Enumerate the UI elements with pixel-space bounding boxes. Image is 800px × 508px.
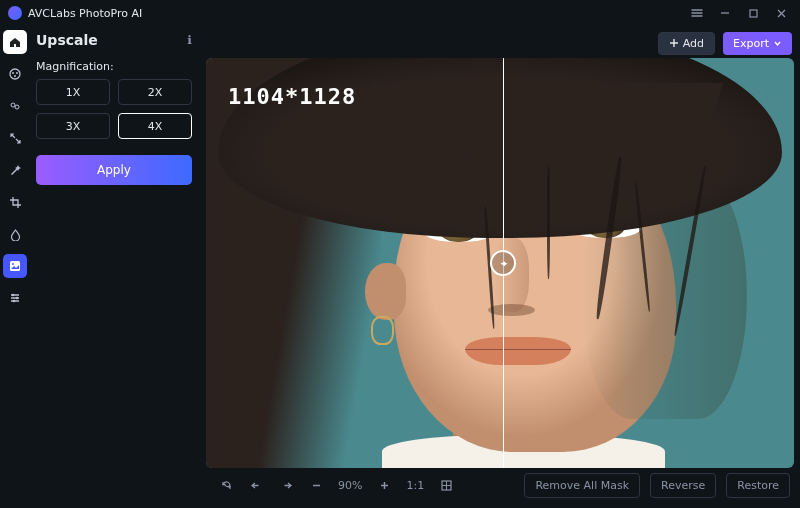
- zoom-text: 90%: [336, 479, 364, 492]
- mag-2x[interactable]: 2X: [118, 79, 192, 105]
- zoom-in-icon[interactable]: [374, 475, 394, 495]
- restore-button[interactable]: Restore: [726, 473, 790, 498]
- panel-title: Upscale: [36, 32, 98, 48]
- app-name: AVCLabs PhotoPro AI: [28, 7, 142, 20]
- minimize-button[interactable]: [714, 2, 736, 24]
- menu-icon[interactable]: [686, 2, 708, 24]
- canvas-area: Add Export: [202, 26, 800, 508]
- mag-1x[interactable]: 1X: [36, 79, 110, 105]
- tool-adjust[interactable]: [3, 222, 27, 246]
- redo-icon[interactable]: [276, 475, 296, 495]
- svg-point-10: [16, 297, 19, 300]
- zoom-out-icon[interactable]: [306, 475, 326, 495]
- compare-slider-handle[interactable]: ◂▸: [490, 250, 516, 276]
- mag-4x[interactable]: 4X: [118, 113, 192, 139]
- plus-icon: [669, 38, 679, 48]
- chevron-down-icon: [773, 39, 782, 48]
- svg-rect-0: [750, 10, 757, 17]
- export-button[interactable]: Export: [723, 32, 792, 55]
- mag-3x[interactable]: 3X: [36, 113, 110, 139]
- maximize-button[interactable]: [742, 2, 764, 24]
- tool-wand[interactable]: [3, 158, 27, 182]
- svg-point-11: [13, 300, 16, 303]
- add-button[interactable]: Add: [658, 32, 715, 55]
- tool-home[interactable]: [3, 30, 27, 54]
- reverse-button[interactable]: Reverse: [650, 473, 716, 498]
- side-panel: Upscale ℹ Magnification: 1X 2X 3X 4X App…: [30, 26, 202, 508]
- add-label: Add: [683, 37, 704, 50]
- svg-point-8: [12, 263, 14, 265]
- close-button[interactable]: [770, 2, 792, 24]
- undo-icon[interactable]: [246, 475, 266, 495]
- info-icon[interactable]: ℹ: [187, 33, 192, 47]
- tool-expand[interactable]: [3, 126, 27, 150]
- tool-crop[interactable]: [3, 190, 27, 214]
- app-logo-icon: [8, 6, 22, 20]
- fit-icon[interactable]: [436, 475, 456, 495]
- export-label: Export: [733, 37, 769, 50]
- svg-point-4: [14, 75, 16, 77]
- svg-point-3: [16, 72, 18, 74]
- svg-point-9: [12, 294, 15, 297]
- tool-column: [0, 26, 30, 508]
- refresh-icon[interactable]: [216, 475, 236, 495]
- tool-upscale[interactable]: [3, 254, 27, 278]
- apply-button[interactable]: Apply: [36, 155, 192, 185]
- svg-point-2: [12, 72, 14, 74]
- titlebar: AVCLabs PhotoPro AI: [0, 0, 800, 26]
- remove-mask-button[interactable]: Remove All Mask: [524, 473, 640, 498]
- svg-point-5: [11, 103, 15, 107]
- magnification-label: Magnification:: [36, 60, 192, 73]
- tool-face[interactable]: [3, 94, 27, 118]
- tool-colorize[interactable]: [3, 62, 27, 86]
- bottom-toolbar: 90% 1:1 Remove All Mask Reverse Restore: [206, 468, 794, 502]
- image-viewport[interactable]: 1104*1128 ◂▸: [206, 58, 794, 468]
- tool-settings[interactable]: [3, 286, 27, 310]
- ratio-label[interactable]: 1:1: [404, 479, 426, 492]
- dimensions-overlay: 1104*1128: [228, 84, 356, 109]
- svg-point-1: [10, 69, 20, 79]
- svg-point-6: [15, 105, 19, 109]
